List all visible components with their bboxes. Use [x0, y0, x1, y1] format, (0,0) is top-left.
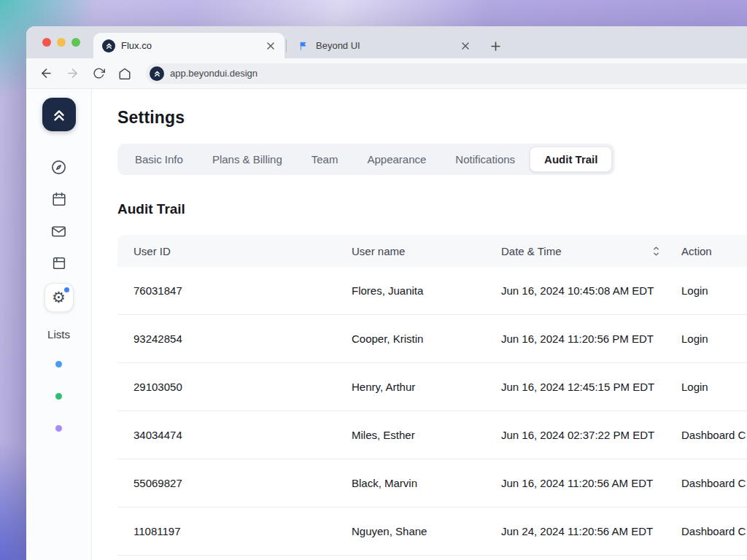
tab-notifications[interactable]: Notifications: [441, 147, 530, 171]
lists-label: Lists: [47, 328, 70, 341]
column-user-id: User ID: [133, 245, 352, 257]
browser-tab-title: Beyond UI: [316, 40, 453, 51]
table-row: 29103050 Henry, Arthur Jun 16, 2024 12:4…: [117, 363, 747, 411]
app-logo[interactable]: [42, 98, 76, 131]
app-sidebar: ⚙ Lists: [26, 89, 92, 560]
list-dot-green: [55, 393, 62, 400]
compass-icon[interactable]: [44, 155, 74, 179]
cell-user-id: 55069827: [133, 477, 352, 489]
settings-tab-bar: Basic Info Plans & Billing Team Appearan…: [117, 144, 615, 175]
cell-user-id: 29103050: [133, 381, 352, 393]
cell-action: Login: [681, 332, 747, 345]
back-icon[interactable]: [35, 63, 57, 85]
table-header: User ID User name Date & Time Action: [117, 235, 747, 267]
cell-user-name: Nguyen, Shane: [352, 525, 501, 537]
cell-datetime: Jun 24, 2024 11:20:56 AM EDT: [501, 525, 681, 537]
browser-tab-strip: Flux.co Beyond UI: [26, 26, 747, 58]
window-icon[interactable]: [44, 251, 74, 276]
tab-plans-billing[interactable]: Plans & Billing: [198, 147, 297, 171]
cell-user-name: Flores, Juanita: [352, 284, 501, 297]
mail-icon[interactable]: [44, 219, 74, 244]
site-badge-icon: [150, 66, 164, 81]
minimize-window-button[interactable]: [57, 38, 66, 47]
cell-action: Dashboard C: [681, 525, 747, 537]
settings-page: Settings Basic Info Plans & Billing Team…: [92, 89, 747, 560]
cell-action: Dashboard C: [681, 429, 747, 441]
cell-user-name: Cooper, Kristin: [352, 332, 501, 345]
list-item[interactable]: [55, 412, 62, 444]
list-item[interactable]: [55, 348, 62, 380]
sidebar-nav: ⚙: [44, 155, 74, 312]
flux-favicon-icon: [102, 39, 115, 52]
cell-user-name: Black, Marvin: [352, 477, 501, 489]
url-text: app.beyondui.design: [170, 68, 258, 79]
column-user-name: User name: [352, 245, 501, 257]
section-title: Audit Trail: [117, 201, 747, 217]
lists-items: [55, 348, 62, 444]
table-row: 93242854 Cooper, Kristin Jun 16, 2024 11…: [117, 315, 747, 363]
forward-icon[interactable]: [61, 63, 83, 85]
table-row: 11081197 Nguyen, Shane Jun 24, 2024 11:2…: [117, 508, 747, 556]
tab-appearance[interactable]: Appearance: [352, 147, 441, 171]
close-window-button[interactable]: [42, 38, 51, 47]
table-row: 34034474 Miles, Esther Jun 16, 2024 02:3…: [117, 411, 747, 459]
cell-datetime: Jun 16, 2024 02:37:22 PM EDT: [501, 429, 681, 441]
cell-datetime: Jun 16, 2024 10:45:08 AM EDT: [501, 284, 681, 297]
window-controls: [26, 26, 93, 58]
gear-glyph: ⚙: [52, 290, 66, 306]
cell-user-name: Miles, Esther: [352, 429, 501, 441]
reload-icon[interactable]: [88, 63, 109, 85]
list-item[interactable]: [55, 380, 62, 412]
zoom-window-button[interactable]: [71, 38, 80, 47]
home-icon[interactable]: [114, 63, 136, 85]
tab-separator: [286, 39, 287, 52]
close-tab-icon[interactable]: [264, 39, 277, 52]
cell-action: Login: [681, 284, 747, 297]
tab-audit-trail[interactable]: Audit Trail: [530, 147, 612, 172]
calendar-icon[interactable]: [44, 187, 74, 211]
browser-toolbar: app.beyondui.design: [26, 58, 747, 89]
cell-datetime: Jun 16, 2024 11:20:56 PM EDT: [501, 332, 681, 345]
beyondui-favicon-icon: [297, 39, 310, 52]
browser-tab-title: Flux.co: [121, 40, 258, 51]
table-row: 76031847 Flores, Juanita Jun 16, 2024 10…: [117, 267, 747, 315]
app-content: ⚙ Lists Settings Basic Info Plans & Bill…: [26, 89, 747, 560]
list-dot-blue: [55, 361, 62, 368]
browser-tab-flux[interactable]: Flux.co: [93, 33, 285, 58]
audit-trail-table: User ID User name Date & Time Action 7: [117, 235, 747, 556]
sort-icon[interactable]: [651, 246, 661, 257]
tab-team[interactable]: Team: [297, 147, 353, 171]
column-action: Action: [681, 245, 747, 257]
notification-dot: [64, 287, 69, 292]
tab-basic-info[interactable]: Basic Info: [120, 147, 198, 171]
page-title: Settings: [117, 108, 747, 128]
cell-user-name: Henry, Arthur: [352, 381, 501, 393]
address-bar[interactable]: app.beyondui.design: [146, 63, 747, 84]
cell-user-id: 34034474: [133, 429, 352, 441]
table-row: 55069827 Black, Marvin Jun 16, 2024 11:2…: [117, 459, 747, 508]
close-tab-icon[interactable]: [459, 39, 472, 52]
column-datetime: Date & Time: [501, 245, 681, 257]
cell-user-id: 76031847: [133, 284, 352, 297]
browser-window: Flux.co Beyond UI: [26, 26, 747, 560]
cell-action: Login: [681, 381, 747, 393]
cell-datetime: Jun 16, 2024 12:45:15 PM EDT: [501, 381, 681, 393]
cell-user-id: 11081197: [133, 525, 352, 537]
column-datetime-label: Date & Time: [501, 245, 562, 257]
settings-gear-icon[interactable]: ⚙: [44, 283, 74, 312]
table-body: 76031847 Flores, Juanita Jun 16, 2024 10…: [117, 267, 747, 556]
new-tab-button[interactable]: [485, 36, 506, 56]
cell-datetime: Jun 16, 2024 11:20:56 AM EDT: [501, 477, 681, 489]
list-dot-purple: [55, 425, 62, 432]
cell-user-id: 93242854: [133, 332, 352, 345]
browser-tab-beyondui[interactable]: Beyond UI: [288, 33, 479, 58]
desktop-background: Flux.co Beyond UI: [0, 0, 747, 560]
cell-action: Dashboard C: [681, 477, 747, 489]
